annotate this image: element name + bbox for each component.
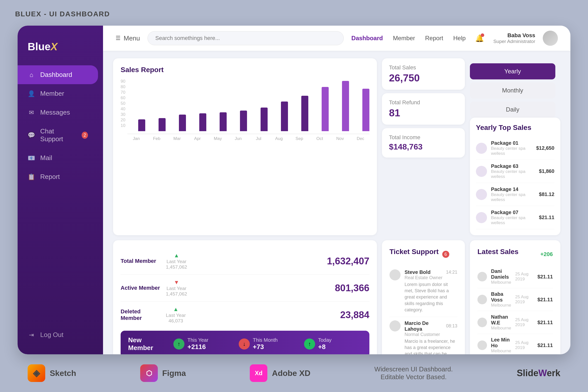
sale-avatar <box>477 340 487 350</box>
sale-info: Nathan W.E Melbourne <box>491 314 511 331</box>
header-nav-dashboard[interactable]: Dashboard <box>351 35 383 42</box>
adobexd-brand: Xd Adobe XD <box>250 364 310 382</box>
ticket-name: Marcio De Lahoya <box>405 320 446 332</box>
chart-bar-nov <box>331 81 349 131</box>
xd-icon: Xd <box>250 364 267 382</box>
sale-amount: $21.11 <box>537 320 553 325</box>
ticket-time: 08:13 <box>446 323 457 329</box>
sidebar-item-mail[interactable]: 📧 Mail <box>18 149 98 167</box>
new-stat-value: +2116 <box>187 343 208 351</box>
sidebar-item-report[interactable]: 📋 Report <box>18 167 98 186</box>
bar-apr <box>199 113 206 131</box>
new-stat-info: Today +8 <box>318 337 331 351</box>
ticket-item: Steve Bold 14:21 Real Estate Owner Lorem… <box>389 266 457 317</box>
sale-info: Baba Voss Melbourne <box>491 291 511 308</box>
right-column-top: Yearly Monthly Daily Yearly Top Sales Pa… <box>470 58 560 235</box>
chart-month-label-feb: Feb <box>148 136 166 141</box>
chart-bar-oct <box>311 87 329 131</box>
period-yearly-button[interactable]: Yearly <box>470 63 555 79</box>
top-sales-title: Yearly Top Sales <box>476 124 554 132</box>
member-value: 1,632,407 <box>327 256 369 267</box>
member-icon: 👤 <box>28 90 35 97</box>
sidebar-item-dashboard[interactable]: ⌂ Dashboard <box>18 65 98 84</box>
user-info: Baba Voss Super Administrator <box>493 32 535 44</box>
logout-button[interactable]: ⇥ Log Out <box>18 325 103 344</box>
ticket-avatar <box>389 320 401 331</box>
new-stat-period: Today <box>318 337 331 343</box>
total-refund-label: Total Refund <box>389 99 458 106</box>
period-group: Yearly Monthly Daily <box>470 58 560 118</box>
top-info: Package 63 Beauty center spa welless <box>491 163 535 179</box>
chart-month-label-apr: Apr <box>188 136 206 141</box>
chart-month-label-oct: Oct <box>311 136 329 141</box>
logo-area: BlueX <box>18 36 103 65</box>
header-nav-report[interactable]: Report <box>425 35 443 42</box>
logout-icon: ⇥ <box>28 331 35 339</box>
sale-avatar <box>477 272 487 281</box>
sidebar-item-chat-support[interactable]: 💬 Chat Support 2 <box>18 122 98 149</box>
period-daily-button[interactable]: Daily <box>470 102 555 118</box>
top-avatar <box>476 189 487 200</box>
chart-bar-jul <box>250 108 267 131</box>
ticket-time: 14:21 <box>446 270 457 275</box>
content-grid: Sales Report 90 80 70 60 50 40 30 20 10 <box>103 51 570 354</box>
figma-brand: ⬡ Figma <box>140 364 186 382</box>
top-info: Package 01 Beauty center spa welless <box>491 140 532 156</box>
sale-row: Baba Voss Melbourne 25 Aug 2019 $21.11 <box>477 288 553 311</box>
top-package-name: Package 07 <box>491 210 535 215</box>
total-sales-value: 26,750 <box>389 72 458 84</box>
latest-sales-card: Latest Sales +206 Dani Daniels Melbourne… <box>470 240 560 354</box>
slidewerk-brand: SlideWerk <box>517 368 560 378</box>
chart-bar-apr <box>188 113 206 131</box>
sale-name: Baba Voss <box>491 291 511 303</box>
member-last-year-label: Last Year <box>167 259 186 264</box>
member-row: Deleted Member ▲ Last Year 46,073 23,884 <box>121 302 369 328</box>
trend-icon: ▼ <box>174 279 179 286</box>
member-last-year-value: 1,457,062 <box>166 264 187 270</box>
sidebar-item-messages[interactable]: ✉ Messages <box>18 103 98 122</box>
member-trend: ▼ Last Year 1,457,062 <box>166 279 187 297</box>
sale-location: Melbourne <box>491 280 511 285</box>
figma-label: Figma <box>162 369 186 378</box>
period-monthly-button[interactable]: Monthly <box>470 82 555 99</box>
sidebar-item-member[interactable]: 👤 Member <box>18 84 98 103</box>
new-stat-bubble: ↑ <box>173 338 184 350</box>
member-value: 801,366 <box>335 283 369 293</box>
top-avatar <box>476 143 487 154</box>
sale-avatar <box>477 295 487 304</box>
main-content: ☰ Menu Dashboard Member Report Help 🔔 Ba… <box>103 26 570 354</box>
ticket-title: Ticket Support <box>389 248 439 256</box>
notification-dot <box>481 33 484 37</box>
top-sales-list: Package 01 Beauty center spa welless $12… <box>476 137 554 229</box>
notification-button[interactable]: 🔔 <box>473 32 486 44</box>
messages-icon: ✉ <box>28 109 35 116</box>
bar-mar <box>179 115 186 131</box>
top-sales-item: Package 01 Beauty center spa welless $12… <box>476 137 554 160</box>
new-member-stat: ↑ This Year +2116 <box>173 337 231 351</box>
search-input[interactable] <box>148 31 344 45</box>
ticket-content: Steve Bold 14:21 Real Estate Owner Lorem… <box>405 269 457 313</box>
sidebar-label-mail: Mail <box>40 154 52 162</box>
menu-button[interactable]: ☰ Menu <box>116 34 140 42</box>
sidebar: BlueX ⌂ Dashboard 👤 Member ✉ Messages 💬 … <box>18 26 103 354</box>
header-nav-member[interactable]: Member <box>393 35 415 42</box>
chart-bar-jun <box>229 111 247 131</box>
ticket-desc: Lorem ipsum dolor sit met, Steve Bold ha… <box>405 281 457 313</box>
sketch-icon: ◈ <box>28 364 45 382</box>
latest-sales-title: Latest Sales <box>477 248 518 256</box>
top-package-sub: Beauty center spa welless <box>491 169 535 179</box>
avatar <box>543 31 558 46</box>
top-info: Package 14 Beauty center spa welless <box>491 186 535 202</box>
chart-month-label-dec: Dec <box>352 136 369 141</box>
top-package-price: $12,650 <box>536 145 554 151</box>
top-package-price: $21.11 <box>539 215 554 220</box>
bar-may <box>220 112 227 131</box>
chart-month-label-aug: Aug <box>270 136 288 141</box>
header-right: 🔔 Baba Voss Super Administrator <box>473 31 558 46</box>
sidebar-label-dashboard: Dashboard <box>40 71 72 79</box>
latest-sales-list: Dani Daniels Melbourne 25 Aug 2019 $21.1… <box>477 265 553 354</box>
header-nav-help[interactable]: Help <box>453 35 466 42</box>
report-icon: 📋 <box>28 173 35 181</box>
new-stat-period: This Month <box>253 337 278 343</box>
chart-month-label-jan: Jan <box>127 136 145 141</box>
